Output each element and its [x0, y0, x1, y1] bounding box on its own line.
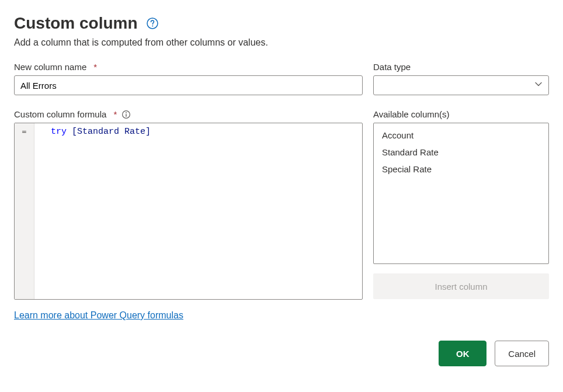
list-item[interactable]: Standard Rate [374, 144, 548, 161]
ok-button[interactable]: OK [439, 341, 486, 366]
available-columns-list: Account Standard Rate Special Rate [373, 123, 549, 264]
chevron-down-icon [534, 80, 543, 91]
help-icon[interactable] [146, 17, 159, 30]
column-name-input[interactable] [14, 75, 363, 95]
svg-point-1 [152, 25, 153, 26]
list-item[interactable]: Account [374, 127, 548, 144]
info-icon[interactable] [121, 110, 131, 119]
list-item[interactable]: Special Rate [374, 161, 548, 178]
data-type-select[interactable] [373, 75, 549, 95]
available-columns-label: Available column(s) [373, 109, 450, 119]
dialog-title: Custom column [14, 14, 138, 33]
svg-rect-4 [126, 114, 127, 117]
formula-editor[interactable]: try [Standard Rate] [34, 123, 362, 299]
equals-prefix: = [22, 127, 27, 136]
formula-gutter: = [15, 123, 34, 299]
dialog-subtitle: Add a column that is computed from other… [14, 37, 549, 48]
insert-column-button: Insert column [373, 273, 549, 299]
required-asterisk: * [93, 62, 97, 72]
data-type-label: Data type [373, 62, 411, 72]
formula-column-ref: [Standard Rate] [72, 127, 151, 137]
required-asterisk: * [113, 109, 117, 119]
learn-more-link[interactable]: Learn more about Power Query formulas [14, 310, 183, 321]
column-name-label: New column name [14, 62, 86, 72]
formula-editor-container: = try [Standard Rate] [14, 123, 363, 300]
formula-label: Custom column formula [14, 109, 106, 119]
formula-keyword: try [51, 127, 67, 137]
svg-point-3 [126, 112, 127, 113]
cancel-button[interactable]: Cancel [495, 341, 549, 366]
